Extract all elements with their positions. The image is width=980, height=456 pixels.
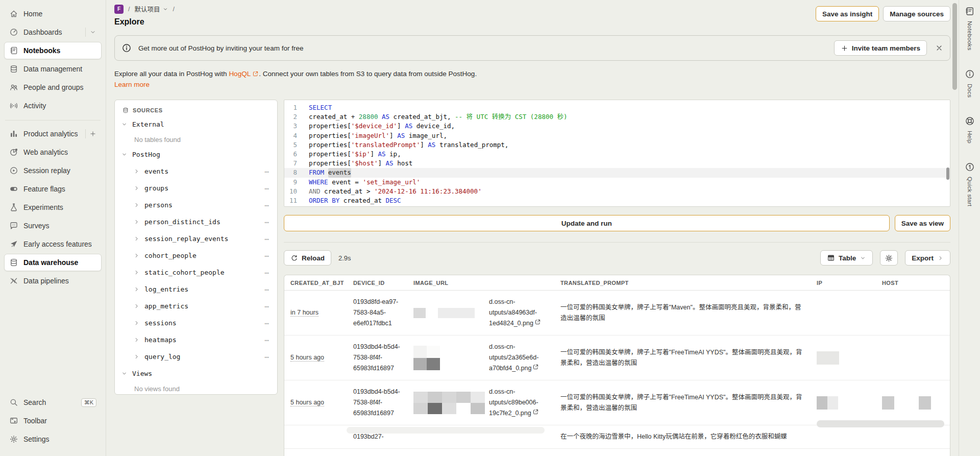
table-view-dropdown[interactable]: Table [820,250,873,266]
sidebar-item-surveys[interactable]: Surveys [4,217,102,234]
sidebar-item-data-warehouse[interactable]: Data warehouse [4,254,102,271]
code-line-7[interactable]: 7properties['$host'] AS host [284,159,950,168]
save-as-view-button[interactable]: Save as view [895,215,950,231]
more-options-icon[interactable]: ⋯ [265,336,271,344]
sidebar-item-experiments[interactable]: Experiments [4,199,102,216]
code-line-9[interactable]: 9WHERE event = 'set_image_url' [284,178,950,187]
source-group-posthog[interactable]: PostHog [121,146,271,163]
sidebar-item-data-pipelines[interactable]: Data pipelines [4,272,102,290]
relative-time[interactable]: 5 hours ago [290,399,324,406]
code-line-11[interactable]: 11ORDER BY created_at DESC [284,196,950,205]
close-icon[interactable] [935,44,943,52]
source-group-external[interactable]: External [121,116,271,133]
sidebar-item-dashboards[interactable]: Dashboards [4,23,102,41]
source-table-static-cohort-people[interactable]: static_cohort_people⋯ [121,264,271,281]
code-line-2[interactable]: 2created_at + 28800 AS created_at_bjt, -… [284,112,950,122]
code-line-3[interactable]: 3properties['$device_id'] AS device_id, [284,122,950,131]
sidebar-item-add[interactable] [85,129,96,138]
column-header-created-at-bjt[interactable]: CREATED_AT_BJT [284,280,353,286]
external-link-icon[interactable] [532,364,539,370]
code-token: '$ip' [351,150,371,159]
source-table-app-metrics[interactable]: app_metrics⋯ [121,298,271,315]
code-line-6[interactable]: 6properties['$ip'] AS ip, [284,150,950,159]
invite-team-members-button[interactable]: Invite team members [834,40,927,56]
sidebar-item-home[interactable]: Home [4,5,102,22]
sidebar-item-early-access-features[interactable]: Early access features [4,235,102,253]
source-table-events[interactable]: events⋯ [121,163,271,180]
rail-item-quick-start[interactable]: Quick start [965,162,975,206]
source-table-log-entries[interactable]: log_entries⋯ [121,281,271,298]
database-icon [122,107,129,114]
sidebar-bottom-group: Search⌘KToolbarSettings [4,394,102,449]
sidebar-item-toolbar[interactable]: Toolbar [4,412,102,429]
reload-button[interactable]: Reload [284,250,331,266]
column-header-translated-prompt[interactable]: TRANSLATED_PROMPT [560,280,817,286]
sidebar-item-data-management[interactable]: Data management [4,60,102,78]
line-number: 7 [284,159,309,168]
vertical-scrollbar[interactable] [952,3,957,90]
settings-gear-button[interactable] [880,250,898,266]
source-table-session-replay-events[interactable]: session_replay_events⋯ [121,230,271,247]
more-options-icon[interactable]: ⋯ [265,285,271,294]
sidebar-item-notebooks[interactable]: Notebooks [4,42,102,59]
source-group-views[interactable]: Views [121,365,271,382]
more-options-icon[interactable]: ⋯ [265,269,271,277]
more-options-icon[interactable]: ⋯ [265,184,271,193]
hogql-link[interactable]: HogQL [229,68,259,79]
sql-editor[interactable]: 1SELECT2created_at + 28800 AS created_at… [284,100,950,207]
source-table-persons[interactable]: persons⋯ [121,197,271,213]
source-table-label: static_cohort_people [144,269,225,276]
sidebar-item-expand[interactable] [85,28,96,37]
more-options-icon[interactable]: ⋯ [265,302,271,310]
more-options-icon[interactable]: ⋯ [265,235,271,243]
source-table-person-distinct-ids[interactable]: person_distinct_ids⋯ [121,213,271,230]
code-line-8[interactable]: 8FROM events [284,168,950,177]
sidebar-item-product-analytics[interactable]: Product analytics [4,125,102,142]
column-header-ip[interactable]: IP [817,280,882,286]
update-and-run-button[interactable]: Update and run [284,215,890,231]
export-button[interactable]: Export [905,250,950,266]
url-line: a70bfd4_0.png [489,363,539,374]
relative-time[interactable]: in 7 hours [290,309,318,317]
column-header-host[interactable]: HOST [882,280,950,286]
code-line-5[interactable]: 5properties['translatedPrompt'] AS trans… [284,140,950,150]
sidebar-item-web-analytics[interactable]: Web analytics [4,143,102,161]
sidebar-item-activity[interactable]: Activity [4,97,102,114]
chevron-down-icon [860,255,866,261]
save-as-insight-button[interactable]: Save as insight [816,6,879,21]
more-options-icon[interactable]: ⋯ [265,319,271,327]
more-options-icon[interactable]: ⋯ [265,167,271,176]
more-options-icon[interactable]: ⋯ [265,201,271,209]
source-table-heatmaps[interactable]: heatmaps⋯ [121,331,271,348]
source-table-groups[interactable]: groups⋯ [121,180,271,197]
more-options-icon[interactable]: ⋯ [265,252,271,260]
code-line-1[interactable]: 1SELECT [284,103,950,112]
source-table-query-log[interactable]: query_log⋯ [121,348,271,365]
external-link-icon[interactable] [532,409,539,415]
sidebar-item-feature-flags[interactable]: Feature flags [4,180,102,198]
relative-time[interactable]: 5 hours ago [290,354,324,362]
manage-sources-button[interactable]: Manage sources [883,6,950,21]
sidebar-item-settings[interactable]: Settings [4,430,102,448]
learn-more-link[interactable]: Learn more [114,79,150,90]
breadcrumb-project[interactable]: 默认项目 [134,4,168,14]
column-header-device-id[interactable]: DEVICE_ID [353,280,413,286]
code-line-10[interactable]: 10AND created_at > '2024-12-16 11:16:23.… [284,187,950,196]
table-horizontal-scrollbar[interactable] [817,420,944,427]
line-number: 5 [284,140,309,150]
column-header-image-url[interactable]: IMAGE_URL [413,280,560,286]
more-options-icon[interactable]: ⋯ [265,353,271,361]
sidebar-item-session-replay[interactable]: Session replay [4,162,102,179]
editor-scrollbar-thumb[interactable] [946,167,949,180]
rail-item-help[interactable]: Help [965,116,975,143]
source-table-cohort-people[interactable]: cohort_people⋯ [121,247,271,264]
rail-item-docs[interactable]: Docs [965,69,975,98]
project-logo[interactable]: F [114,5,124,14]
source-table-sessions[interactable]: sessions⋯ [121,315,271,331]
code-line-4[interactable]: 4properties['imageUrl'] AS image_url, [284,131,950,140]
sidebar-item-search[interactable]: Search⌘K [4,394,102,411]
more-options-icon[interactable]: ⋯ [265,218,271,226]
external-link-icon[interactable] [534,319,541,325]
sidebar-item-people-and-groups[interactable]: People and groups [4,79,102,96]
rail-item-notebooks[interactable]: Notebooks [965,6,975,51]
